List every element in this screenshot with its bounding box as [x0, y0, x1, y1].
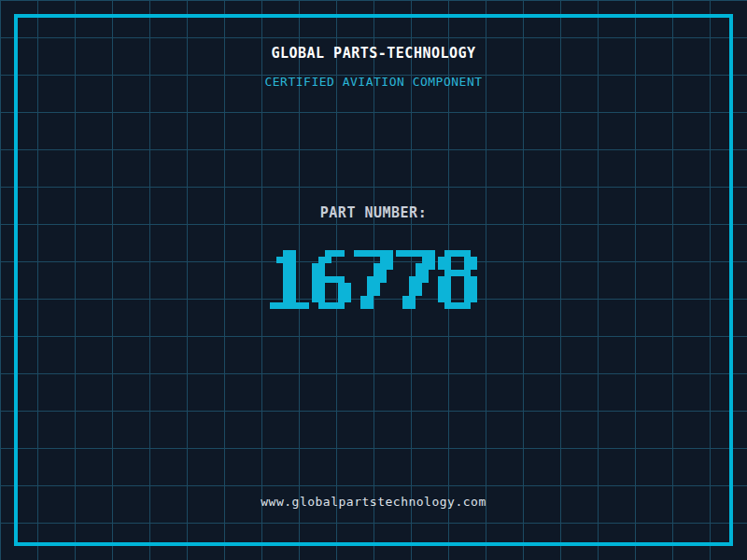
website-url: www.globalpartstechnology.com — [0, 496, 747, 508]
part-number-value — [0, 250, 747, 309]
certification-subtitle: CERTIFIED AVIATION COMPONENT — [0, 76, 747, 88]
part-number-label: PART NUMBER: — [0, 206, 747, 220]
company-title: GLOBAL PARTS-TECHNOLOGY — [0, 47, 747, 61]
part-card-screen: GLOBAL PARTS-TECHNOLOGY CERTIFIED AVIATI… — [0, 0, 747, 560]
